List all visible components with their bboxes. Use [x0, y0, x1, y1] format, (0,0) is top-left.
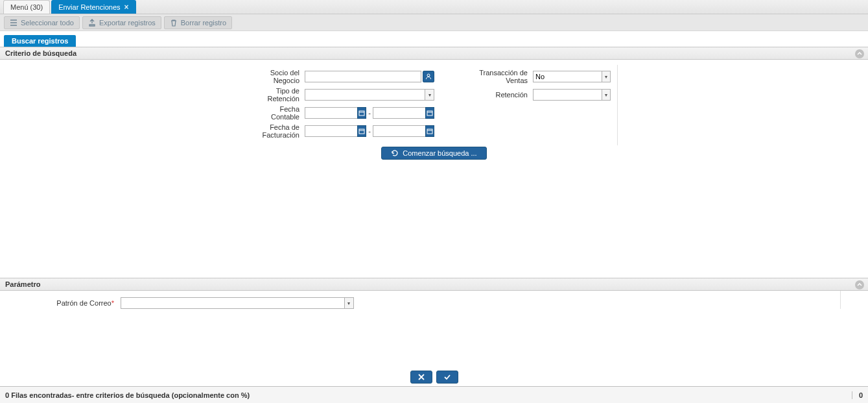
select-all-label: Seleccionar todo: [21, 19, 74, 27]
param-header: Parámetro: [0, 278, 868, 291]
start-search-button[interactable]: Comenzar búsqueda ...: [381, 147, 486, 160]
collapse-icon[interactable]: [855, 280, 864, 289]
withholding-type-select[interactable]: [305, 89, 425, 101]
label-partner: Socio del Negocio: [257, 69, 302, 84]
subtab-label: Buscar registros: [12, 37, 68, 45]
label-mail-pattern: Patrón de Correo*: [26, 299, 117, 307]
chevron-down-icon[interactable]: ▾: [344, 297, 354, 309]
mail-pattern-select[interactable]: [121, 297, 344, 309]
check-icon: [443, 372, 452, 382]
action-row: [0, 371, 868, 384]
label-sales-trx: Transacción de Ventas: [459, 69, 530, 84]
chevron-down-icon[interactable]: ▾: [425, 89, 434, 101]
collapse-icon[interactable]: [855, 49, 864, 58]
tab-search-records[interactable]: Buscar registros: [4, 35, 76, 47]
tab-menu[interactable]: Menú (30): [3, 0, 50, 14]
export-label: Exportar registros: [99, 19, 156, 27]
calendar-icon[interactable]: [425, 107, 434, 119]
invoice-date-from[interactable]: [305, 125, 357, 137]
invoice-date-to[interactable]: [373, 125, 425, 137]
criteria-body: Socio del Negocio Transacción de Ventas …: [0, 60, 868, 164]
label-withholding-type: Tipo de Retención: [257, 87, 302, 103]
required-marker: *: [111, 299, 114, 307]
toolbar: Seleccionar todo Exportar registros Borr…: [0, 14, 868, 31]
status-count: 0: [852, 391, 863, 399]
tab-enviar-retenciones[interactable]: Enviar Retenciones ×: [51, 0, 135, 14]
export-icon: [88, 19, 96, 27]
user-icon: [425, 73, 432, 80]
param-section: Parámetro Patrón de Correo* ▾: [0, 278, 868, 309]
search-label: Comenzar búsqueda ...: [403, 149, 476, 157]
calendar-icon[interactable]: [425, 125, 434, 137]
chevron-down-icon[interactable]: ▾: [602, 71, 611, 82]
list-icon: [10, 19, 18, 27]
param-title: Parámetro: [5, 280, 40, 288]
status-bar: 0 Filas encontradas- entre criterios de …: [0, 386, 868, 403]
refresh-icon: [391, 149, 399, 157]
chevron-down-icon[interactable]: ▾: [602, 89, 611, 101]
svg-rect-4: [427, 129, 432, 134]
tab-menu-label: Menú (30): [10, 3, 43, 11]
label-invoice-date: Fecha de Facturación: [257, 123, 302, 139]
trash-icon: [170, 19, 178, 27]
delete-button[interactable]: Borrar registro: [164, 16, 232, 29]
partner-input[interactable]: [305, 71, 421, 82]
status-text: 0 Filas encontradas- entre criterios de …: [5, 391, 250, 399]
delete-label: Borrar registro: [181, 19, 226, 27]
svg-rect-1: [359, 111, 364, 116]
date-separator: -: [368, 127, 371, 135]
ok-button[interactable]: [436, 371, 458, 384]
date-separator: -: [368, 109, 371, 117]
label-withholding: Retención: [459, 91, 530, 99]
calendar-icon[interactable]: [357, 107, 366, 119]
svg-rect-2: [427, 111, 432, 116]
acct-date-from[interactable]: [305, 107, 357, 119]
calendar-icon[interactable]: [357, 125, 366, 137]
cancel-button[interactable]: [410, 371, 432, 384]
tab-active-label: Enviar Retenciones: [58, 3, 120, 11]
sales-trx-select[interactable]: [533, 71, 602, 82]
criteria-title: Criterio de búsqueda: [5, 49, 76, 57]
main-tabs: Menú (30) Enviar Retenciones ×: [0, 0, 868, 14]
partner-lookup-button[interactable]: [423, 71, 434, 82]
close-icon: [417, 372, 426, 382]
withholding-select[interactable]: [533, 89, 602, 101]
export-button[interactable]: Exportar registros: [82, 16, 161, 29]
close-icon[interactable]: ×: [124, 3, 129, 12]
acct-date-to[interactable]: [373, 107, 425, 119]
svg-rect-3: [359, 129, 364, 134]
label-acct-date: Fecha Contable: [257, 105, 302, 121]
svg-point-0: [427, 74, 430, 77]
select-all-button[interactable]: Seleccionar todo: [4, 16, 80, 29]
criteria-header: Criterio de búsqueda: [0, 47, 868, 60]
subtab-row: Buscar registros: [0, 35, 868, 47]
